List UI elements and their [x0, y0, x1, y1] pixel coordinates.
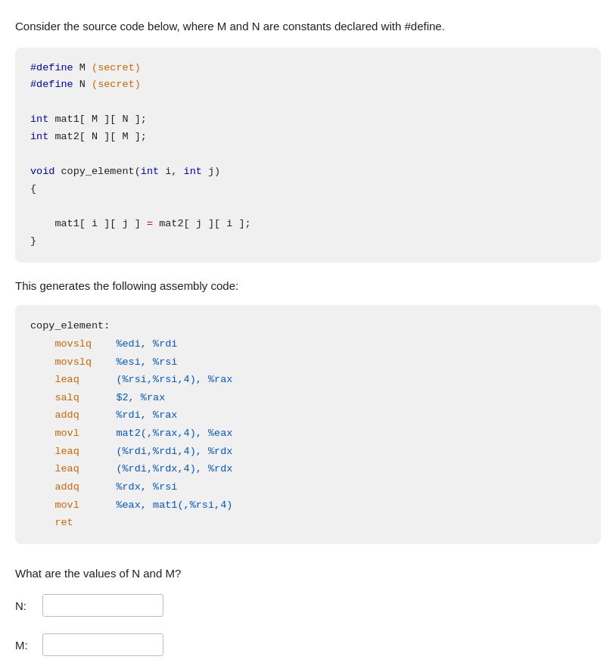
intro-text: Consider the source code below, where M … — [15, 18, 601, 36]
assembly-intro-text: This generates the following assembly co… — [15, 278, 601, 295]
code-line-blank-3 — [30, 198, 586, 216]
asm-instr-movslq-1: movslq %edi, %rdi — [30, 335, 586, 353]
asm-instr-addq-1: addq %rdi, %rax — [30, 406, 586, 425]
asm-instr-movl-2: movl %eax, mat1(,%rsi,4) — [30, 496, 586, 515]
asm-instr-addq-2: addq %rdx, %rsi — [30, 478, 586, 496]
question-text: What are the values of N and M? — [15, 565, 601, 583]
code-line-3: int mat1[ M ][ N ]; — [30, 111, 586, 129]
asm-label: copy_element: — [30, 317, 586, 335]
asm-instr-leaq-2: leaq (%rdi,%rdi,4), %rdx — [30, 443, 586, 461]
code-line-5: void copy_element(int i, int j) — [30, 163, 586, 181]
n-input[interactable] — [42, 594, 163, 617]
assembly-code-block: copy_element: movslq %edi, %rdi movslq %… — [15, 305, 601, 544]
n-answer-row: N: — [15, 594, 601, 617]
asm-instr-movl-1: movl mat2(,%rax,4), %eax — [30, 425, 586, 443]
asm-instr-salq: salq $2, %rax — [30, 389, 586, 407]
m-answer-row: M: — [15, 633, 601, 656]
source-code-block: #define M (secret) #define N (secret) in… — [15, 48, 601, 263]
code-line-2: #define N (secret) — [30, 76, 586, 94]
code-line-7: mat1[ i ][ j ] = mat2[ j ][ i ]; — [30, 216, 586, 233]
code-line-blank-1 — [30, 94, 586, 111]
asm-instr-leaq-3: leaq (%rdi,%rdx,4), %rdx — [30, 460, 586, 478]
n-label: N: — [15, 599, 33, 612]
code-line-4: int mat2[ N ][ M ]; — [30, 129, 586, 146]
asm-instr-ret: ret — [30, 514, 586, 532]
code-line-1: #define M (secret) — [30, 60, 586, 77]
asm-instr-movslq-2: movslq %esi, %rsi — [30, 353, 586, 372]
m-label: M: — [15, 639, 33, 652]
code-line-blank-2 — [30, 146, 586, 163]
answer-section: N: M: — [15, 594, 601, 656]
m-input[interactable] — [42, 633, 163, 656]
asm-instr-leaq-1: leaq (%rsi,%rsi,4), %rax — [30, 371, 586, 389]
code-line-8: } — [30, 233, 586, 250]
code-line-6: { — [30, 181, 586, 198]
